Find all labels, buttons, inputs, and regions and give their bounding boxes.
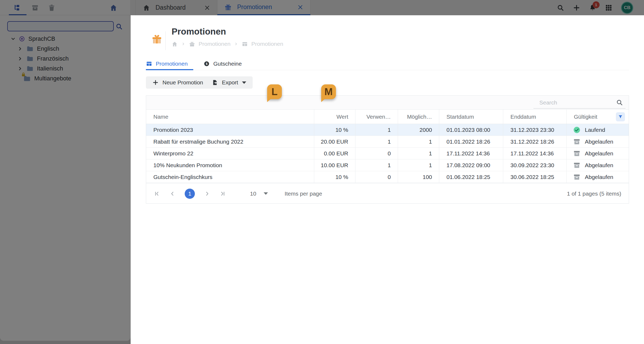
tab-label: Promotionen	[237, 3, 272, 11]
voucher-badge-icon: $	[203, 61, 210, 67]
table-toolbar	[146, 96, 629, 110]
tab-dashboard[interactable]: Dashboard	[135, 0, 217, 15]
archive-box-icon	[573, 173, 581, 181]
home-icon	[143, 4, 150, 12]
som-marker-l: L	[267, 84, 282, 99]
cell-name: 10% Neukunden Promotion	[146, 159, 314, 171]
cell-enddatum: 31.12.2022 18:26	[503, 136, 566, 147]
cell-status: Abgelaufen	[566, 171, 629, 183]
tab-label: Gutscheine	[213, 61, 242, 67]
status-label: Laufend	[585, 127, 605, 133]
table-row[interactable]: Gutschein-Englischkurs 10 % 0 100 01.06.…	[146, 171, 629, 183]
cell-verwendungen: 1	[355, 159, 398, 171]
apps-grid-icon[interactable]	[605, 4, 612, 12]
page-size-dropdown[interactable]: 10	[250, 190, 268, 197]
first-page-icon[interactable]	[154, 190, 160, 197]
gift-icon	[224, 3, 232, 11]
pagination-summary: 1 of 1 pages (5 items)	[567, 190, 621, 197]
breadcrumb-item[interactable]: Promotionen	[251, 41, 283, 47]
cell-wert: 10 %	[314, 124, 355, 136]
cell-status: Laufend	[566, 124, 629, 136]
items-per-page-label: Items per page	[285, 190, 322, 197]
tab-label: Promotionen	[156, 61, 188, 67]
dollar-glyph: $	[206, 62, 207, 65]
cell-enddatum: 30.06.2022 18:25	[503, 171, 566, 183]
close-icon[interactable]	[204, 5, 210, 11]
cell-verwendungen: 1	[355, 124, 398, 136]
button-label: Export	[222, 79, 238, 86]
tab-promotionen-content[interactable]: Promotionen	[146, 58, 188, 69]
cell-verwendungen: 0	[355, 171, 398, 183]
search-underline	[533, 108, 626, 109]
export-button[interactable]: Export	[205, 76, 253, 89]
table-row[interactable]: Rabatt für erstmalige Buchung 2022 20.00…	[146, 136, 629, 148]
cell-status: Abgelaufen	[566, 159, 629, 171]
cell-moeglich: 1	[398, 136, 439, 147]
cell-status: Abgelaufen	[566, 136, 629, 147]
close-icon[interactable]	[297, 4, 303, 10]
add-icon[interactable]	[573, 4, 580, 12]
cell-enddatum: 30.09.2022 23:30	[503, 159, 566, 171]
cell-startdatum: 01.06.2022 18:25	[439, 171, 503, 183]
column-header-startdatum[interactable]: Startdatum	[439, 110, 503, 124]
chevron-down-icon	[264, 192, 268, 195]
archive-box-icon	[573, 150, 581, 157]
cell-verwendungen: 0	[355, 148, 398, 159]
new-promotion-button[interactable]: Neue Promotion	[146, 76, 210, 89]
notifications-bell[interactable]: 1	[589, 4, 596, 12]
cell-startdatum: 17.08.2022 09:00	[439, 159, 503, 171]
tab-label: Dashboard	[156, 4, 186, 11]
last-page-icon[interactable]	[219, 190, 226, 197]
cell-startdatum: 01.01.2023 08:00	[439, 124, 503, 136]
cell-status: Abgelaufen	[566, 148, 629, 159]
column-header-label: Gültigkeit	[574, 114, 597, 120]
column-header-verwendungen[interactable]: Verwen…	[355, 110, 398, 124]
column-header-name[interactable]: Name	[146, 110, 314, 124]
table-row[interactable]: Promotion 2023 10 % 1 2000 01.01.2023 08…	[146, 124, 629, 136]
promotions-table: Name Wert Verwen… Möglich… Startdatum En…	[146, 95, 629, 204]
breadcrumb-item[interactable]: Promotionen	[199, 41, 230, 47]
column-header-gueltigkeit[interactable]: Gültigkeit	[566, 110, 629, 124]
previous-page-icon[interactable]	[169, 190, 176, 197]
chevron-right-icon	[181, 42, 185, 46]
cell-name: Winterpromo 22	[146, 148, 314, 159]
gift-icon	[151, 33, 162, 45]
table-icon	[146, 61, 152, 67]
status-label: Abgelaufen	[585, 139, 613, 145]
notification-badge: 1	[593, 1, 600, 8]
column-header-wert[interactable]: Wert	[314, 110, 355, 124]
cell-moeglich: 2000	[398, 124, 439, 136]
tab-gutscheine[interactable]: $ Gutscheine	[203, 58, 242, 69]
breadcrumb: Promotionen Promotionen	[172, 41, 283, 47]
cell-startdatum: 17.11.2022 14:36	[439, 148, 503, 159]
chevron-right-icon	[234, 42, 238, 46]
plus-icon	[152, 79, 159, 86]
table-pagination: 1 10 Items per page 1 of 1 pages (5 item…	[146, 183, 629, 204]
tabstrip-divider	[146, 70, 629, 70]
column-header-moeglich[interactable]: Möglich…	[398, 110, 439, 124]
cell-wert: 10.00 EUR	[314, 159, 355, 171]
next-page-icon[interactable]	[204, 190, 210, 197]
cell-enddatum: 17.11.2022 14:36	[503, 148, 566, 159]
table-row[interactable]: 10% Neukunden Promotion 10.00 EUR 1 1 17…	[146, 159, 629, 171]
table-search-input[interactable]	[533, 97, 616, 108]
search-icon[interactable]	[616, 99, 623, 106]
filter-button[interactable]	[616, 112, 625, 121]
tab-promotionen[interactable]: Promotionen	[217, 0, 310, 15]
current-page-button[interactable]: 1	[185, 189, 195, 199]
column-header-enddatum[interactable]: Enddatum	[503, 110, 566, 124]
avatar[interactable]: CB	[621, 2, 633, 14]
home-icon[interactable]	[172, 41, 178, 47]
table-row[interactable]: Winterpromo 22 0.00 EUR 0 1 17.11.2022 1…	[146, 148, 629, 159]
cell-wert: 20.00 EUR	[314, 136, 355, 147]
cell-wert: 0.00 EUR	[314, 148, 355, 159]
cell-name: Gutschein-Englischkurs	[146, 171, 314, 183]
export-icon	[212, 79, 218, 86]
cell-wert: 10 %	[314, 171, 355, 183]
page-title: Promotionen	[172, 27, 226, 37]
status-label: Abgelaufen	[585, 162, 613, 169]
main-content: Promotionen Promotionen Promotionen Prom…	[131, 15, 644, 344]
search-icon[interactable]	[557, 4, 564, 12]
table-icon	[242, 41, 248, 47]
cell-verwendungen: 1	[355, 136, 398, 147]
